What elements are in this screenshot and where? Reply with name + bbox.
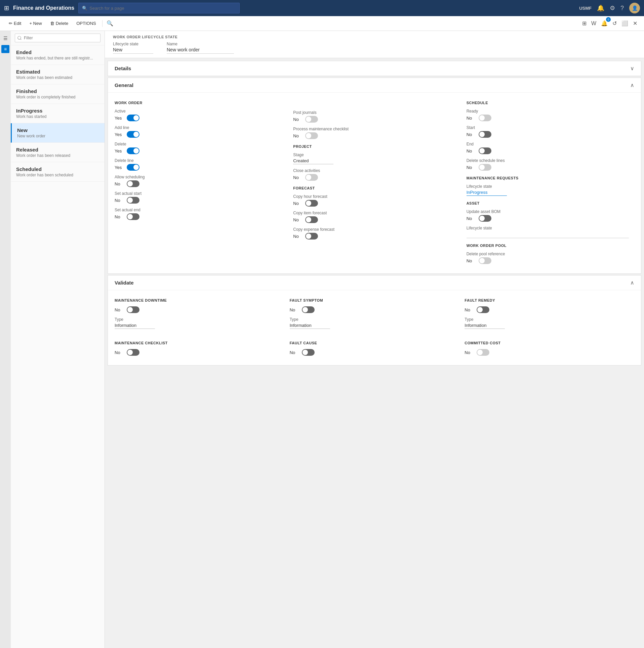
fault-symptom-toggle[interactable] <box>302 306 315 313</box>
notification-toolbar-icon[interactable]: 🔔0 <box>600 19 609 28</box>
schedule-end-field: End No <box>467 142 629 154</box>
delete-schedule-lines-field: Delete schedule lines No <box>467 158 629 171</box>
process-maint-checklist-field: Process maintenance checklist No <box>293 127 455 139</box>
search-bar[interactable]: 🔍 <box>78 3 240 13</box>
maint-requests-label: MAINTENANCE REQUESTS <box>467 176 629 180</box>
validate-chevron-icon <box>630 279 634 286</box>
sidebar-item-inprogress-subtitle: Work has started <box>16 114 99 119</box>
close-activities-toggle[interactable] <box>305 174 318 181</box>
search-input[interactable] <box>89 6 236 11</box>
fault-remedy-type-label: Type <box>465 317 634 322</box>
post-journals-toggle[interactable] <box>305 116 318 123</box>
set-actual-end-toggle-row: No <box>115 213 282 220</box>
general-accordion: General WORK ORDER Active Yes <box>108 78 641 274</box>
wo-name-value[interactable]: New work order <box>167 47 234 54</box>
fault-remedy-type-value[interactable]: Information <box>465 323 505 329</box>
copy-hour-forecast-toggle-row: No <box>293 200 455 207</box>
maximize-icon[interactable]: ⬜ <box>620 19 630 28</box>
general-accordion-header[interactable]: General <box>108 78 641 93</box>
sidebar-filter-input[interactable] <box>15 34 100 42</box>
asset-lifecycle-label: Lifecycle state <box>467 226 629 230</box>
sidebar-item-estimated[interactable]: Estimated Work order has been estimated <box>11 65 105 84</box>
active-toggle[interactable] <box>127 115 139 121</box>
delete-line-toggle[interactable] <box>127 164 139 171</box>
sidebar-item-scheduled[interactable]: Scheduled Work order has been scheduled <box>11 162 105 182</box>
lifecycle-state-value[interactable]: New <box>113 47 153 54</box>
fault-symptom-section: FAULT SYMPTOM No Type Information <box>290 296 459 333</box>
sidebar-item-finished[interactable]: Finished Work order is completely finish… <box>11 84 105 104</box>
delete-pool-ref-toggle-row: No <box>467 257 629 264</box>
delete-toggle[interactable] <box>127 147 139 154</box>
notification-icon[interactable]: 🔔 <box>597 4 604 12</box>
copy-hour-forecast-toggle[interactable] <box>305 200 318 207</box>
search-toolbar-icon[interactable]: 🔍 <box>105 19 115 28</box>
committed-cost-toggle-label: No <box>465 350 474 355</box>
delete-schedule-lines-toggle[interactable] <box>479 164 491 171</box>
fault-remedy-toggle[interactable] <box>477 306 489 313</box>
update-asset-bom-toggle[interactable] <box>479 215 491 222</box>
sidebar-item-released[interactable]: Released Work order has been released <box>11 143 105 162</box>
view-icon[interactable]: ⊞ <box>581 19 588 28</box>
project-stage-value[interactable]: Created <box>293 158 333 164</box>
maint-downtime-type-value[interactable]: Information <box>115 323 155 329</box>
asset-lifecycle-value[interactable] <box>467 231 629 238</box>
options-button[interactable]: OPTIONS <box>73 19 99 28</box>
grid-menu-icon[interactable]: ⊞ <box>4 4 9 12</box>
sidebar-item-new[interactable]: New New work order <box>11 123 105 143</box>
copy-item-forecast-toggle[interactable] <box>305 216 318 223</box>
copy-expense-forecast-toggle-row: No <box>293 233 455 240</box>
delete-pool-ref-field: Delete pool reference No <box>467 252 629 264</box>
maint-downtime-toggle-row: No <box>115 306 284 313</box>
list-strip-icon[interactable]: ≡ <box>1 45 9 53</box>
delete-line-toggle-row: Yes <box>115 164 282 171</box>
project-stage-field: Stage Created <box>293 153 455 164</box>
active-field: Active Yes <box>115 109 282 121</box>
fault-cause-toggle[interactable] <box>302 349 315 356</box>
committed-cost-toggle[interactable] <box>477 349 489 356</box>
add-line-toggle[interactable] <box>127 131 139 138</box>
maint-requests-lifecycle-field: Lifecycle state InProgress <box>467 184 629 196</box>
sidebar-item-scheduled-subtitle: Work order has been scheduled <box>16 173 99 177</box>
sidebar-item-ended-title: Ended <box>16 49 99 55</box>
maint-downtime-label: MAINTENANCE DOWNTIME <box>115 298 284 302</box>
sidebar-item-inprogress[interactable]: InProgress Work has started <box>11 104 105 123</box>
schedule-ready-toggle-row: No <box>467 115 629 121</box>
schedule-end-toggle[interactable] <box>479 147 491 154</box>
menu-strip-icon[interactable]: ☰ <box>1 34 9 42</box>
new-button[interactable]: + New <box>26 19 45 28</box>
close-icon[interactable]: ✕ <box>632 19 639 28</box>
committed-cost-label: COMMITTED COST <box>465 341 634 345</box>
set-actual-start-toggle[interactable] <box>127 197 139 204</box>
settings-icon[interactable]: ⚙ <box>610 4 615 12</box>
delete-pool-ref-toggle[interactable] <box>479 257 491 264</box>
edit-button[interactable]: ✏ Edit <box>5 19 25 28</box>
details-section-title: Details <box>115 66 131 71</box>
schedule-ready-toggle[interactable] <box>479 115 491 121</box>
set-actual-end-label: Set actual end <box>115 208 282 212</box>
post-journals-label: Post journals <box>293 110 455 115</box>
word-icon[interactable]: W <box>590 19 598 28</box>
set-actual-end-toggle[interactable] <box>127 213 139 220</box>
details-accordion-header[interactable]: Details <box>108 61 641 76</box>
wo-header-fields: Lifecycle state New Name New work order <box>113 42 636 54</box>
allow-scheduling-toggle[interactable] <box>127 180 139 187</box>
set-actual-end-field: Set actual end No <box>115 208 282 220</box>
fault-symptom-type-value[interactable]: Information <box>290 323 330 329</box>
sidebar-item-ended[interactable]: Ended Work has ended, but there are stil… <box>11 45 105 65</box>
maint-downtime-toggle[interactable] <box>127 306 139 313</box>
copy-item-forecast-label: Copy item forecast <box>293 211 455 215</box>
copy-hour-forecast-field: Copy hour forecast No <box>293 194 455 207</box>
maint-requests-lifecycle-value[interactable]: InProgress <box>467 190 507 196</box>
user-avatar[interactable]: 👤 <box>629 3 640 13</box>
schedule-start-toggle[interactable] <box>479 131 491 138</box>
validate-accordion-header[interactable]: Validate <box>108 275 641 290</box>
process-maint-checklist-toggle[interactable] <box>305 132 318 139</box>
refresh-icon[interactable]: ↺ <box>611 19 618 28</box>
help-icon[interactable]: ? <box>620 5 624 12</box>
copy-expense-forecast-toggle[interactable] <box>305 233 318 240</box>
add-line-toggle-row: Yes <box>115 131 282 138</box>
sidebar-item-scheduled-title: Scheduled <box>16 166 99 172</box>
maint-checklist-toggle[interactable] <box>127 349 139 356</box>
close-activities-toggle-label: No <box>293 175 303 180</box>
delete-button[interactable]: 🗑 Delete <box>47 19 72 28</box>
